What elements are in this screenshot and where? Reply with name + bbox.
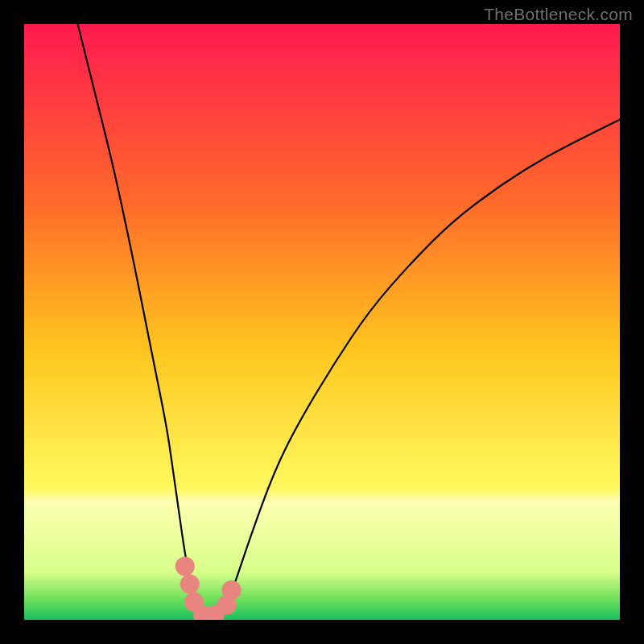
data-marker: [175, 556, 195, 576]
attribution-text: TheBottleneck.com: [484, 5, 633, 24]
gradient-background: [24, 24, 620, 620]
chart-frame: TheBottleneck.com: [0, 0, 644, 644]
bottleneck-chart: [24, 24, 620, 620]
data-marker: [180, 575, 200, 594]
data-marker: [222, 580, 242, 600]
plot-area: [24, 24, 620, 620]
